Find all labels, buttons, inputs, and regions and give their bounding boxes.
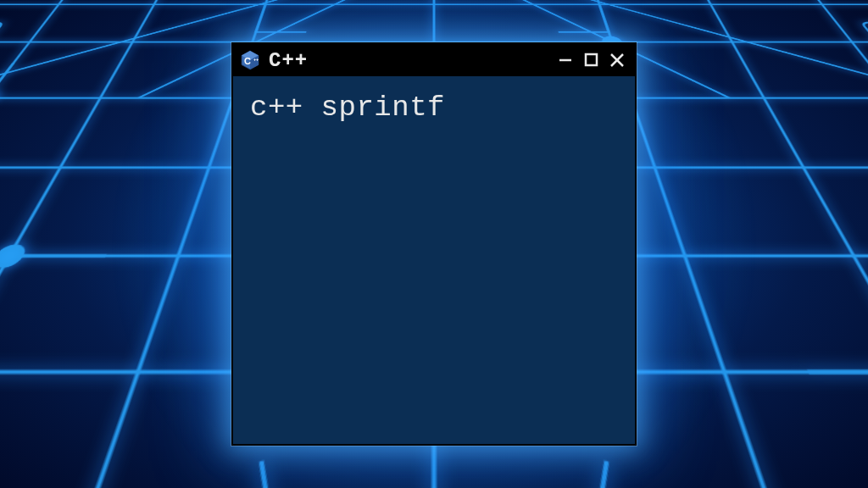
terminal-window: C + + C++ c++ sprintf	[231, 42, 637, 446]
close-button[interactable]	[608, 51, 626, 69]
svg-rect-18	[586, 54, 597, 65]
window-title: C++	[269, 49, 548, 72]
titlebar[interactable]: C + + C++	[233, 44, 635, 76]
svg-text:C: C	[244, 56, 251, 66]
cpp-logo-icon: C + +	[240, 50, 260, 70]
window-controls	[557, 51, 626, 69]
maximize-button[interactable]	[582, 51, 601, 69]
svg-text:+: +	[256, 57, 259, 62]
svg-rect-6	[0, 23, 3, 58]
terminal-text: c++ sprintf	[250, 92, 618, 124]
svg-rect-7	[861, 23, 868, 58]
terminal-content[interactable]: c++ sprintf	[233, 76, 635, 139]
minimize-button[interactable]	[557, 51, 576, 69]
